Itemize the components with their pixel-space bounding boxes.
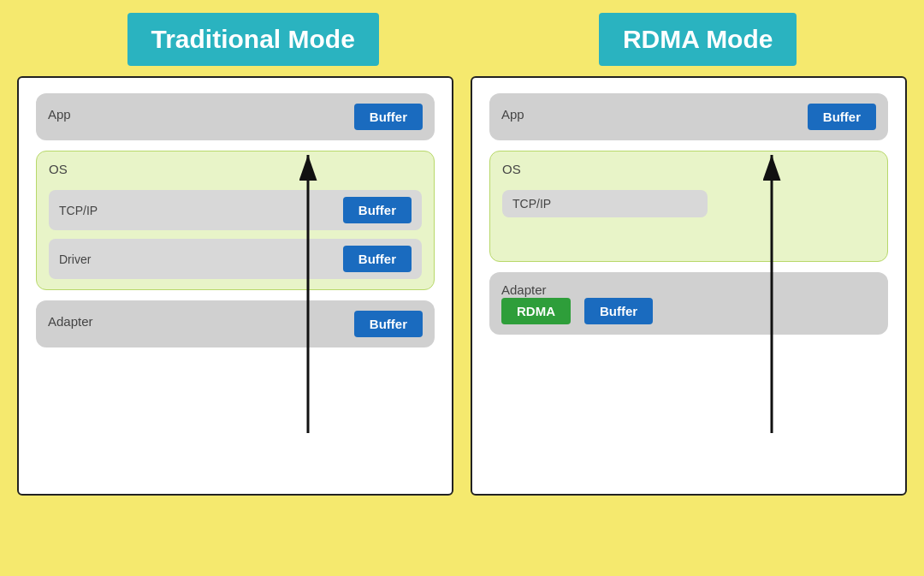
traditional-mode-title: Traditional Mode	[127, 13, 379, 66]
traditional-adapter-label: Adapter	[48, 314, 93, 329]
traditional-tcpip-buffer: Buffer	[343, 197, 412, 223]
rdma-tcpip-sublayer: TCP/IP	[502, 190, 708, 217]
traditional-adapter-buffer: Buffer	[354, 311, 423, 337]
traditional-adapter-layer: Adapter Buffer	[36, 300, 435, 347]
rdma-app-label: App	[501, 107, 524, 122]
rdma-diagram-box: App Buffer OS TCP/IP Adapter RDMA Buffer	[471, 76, 907, 496]
rdma-adapter-label: Adapter	[501, 282, 547, 297]
rdma-os-layer: OS TCP/IP	[489, 151, 888, 262]
rdma-tcpip-label: TCP/IP	[512, 197, 551, 211]
traditional-tcpip-sublayer: TCP/IP Buffer	[49, 190, 422, 230]
traditional-tcpip-label: TCP/IP	[59, 204, 98, 217]
traditional-app-buffer: Buffer	[354, 104, 423, 130]
traditional-driver-sublayer: Driver Buffer	[49, 239, 422, 279]
rdma-label-box: RDMA	[501, 298, 571, 324]
traditional-app-label: App	[48, 107, 71, 122]
rdma-adapter-buffer: Buffer	[584, 298, 653, 324]
rdma-diagram: App Buffer OS TCP/IP Adapter RDMA Buffer	[471, 76, 907, 496]
rdma-app-layer: App Buffer	[489, 93, 888, 140]
traditional-driver-label: Driver	[59, 252, 91, 266]
rdma-adapter-layer: Adapter RDMA Buffer	[489, 272, 888, 335]
rdma-app-buffer: Buffer	[808, 104, 876, 130]
traditional-app-layer: App Buffer	[36, 93, 435, 140]
traditional-os-layer: OS TCP/IP Buffer Driver Buffer	[36, 151, 435, 290]
traditional-diagram: App Buffer OS TCP/IP Buffer Driver Buffe…	[17, 76, 453, 496]
rdma-os-label: OS	[502, 162, 875, 176]
traditional-driver-buffer: Buffer	[343, 246, 412, 272]
traditional-os-label: OS	[49, 162, 422, 176]
traditional-diagram-box: App Buffer OS TCP/IP Buffer Driver Buffe…	[17, 76, 453, 496]
rdma-mode-title: RDMA Mode	[599, 13, 797, 66]
